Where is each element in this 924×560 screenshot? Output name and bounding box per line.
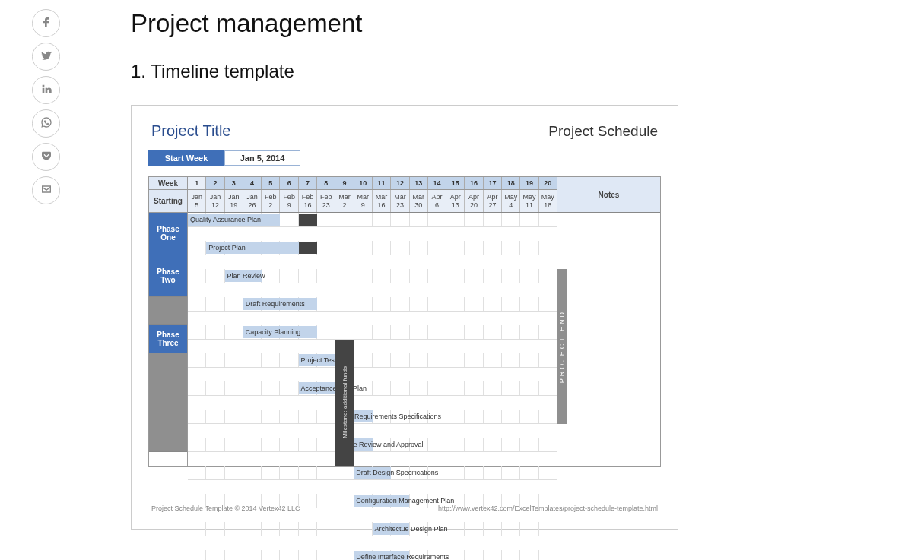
week-number: 7 (299, 177, 317, 189)
share-email[interactable] (32, 176, 60, 204)
week-number: 8 (317, 177, 335, 189)
week-number: 2 (206, 177, 224, 189)
phase-label (149, 297, 187, 325)
gantt-task-bar: Acceptance Test Plan (299, 382, 336, 394)
gantt-chart: Week Starting Phase OnePhase TwoPhase Th… (148, 176, 661, 467)
week-date: May11 (520, 190, 538, 212)
week-header: Week (149, 177, 187, 190)
gantt-task-bar: Configuration Management Plan (354, 495, 409, 507)
share-twitter[interactable] (32, 43, 60, 71)
gantt-task-bar: Project Test Plan (299, 354, 336, 366)
gantt-index-bar (299, 242, 317, 254)
phase-label: Phase Two (149, 255, 187, 298)
week-number: 20 (539, 177, 557, 189)
milestone-bar: Milestone: additional funds (335, 340, 354, 467)
article-subheading: 1. Timeline template (131, 61, 678, 82)
notes-header: Notes (557, 177, 660, 213)
week-number: 4 (243, 177, 262, 189)
week-date: Feb23 (317, 190, 335, 212)
article-content: Project management 1. Timeline template … (131, 9, 678, 560)
week-date: May18 (539, 190, 557, 212)
week-date: Jan19 (225, 190, 243, 212)
week-number: 6 (280, 177, 298, 189)
week-number: 18 (502, 177, 520, 189)
phase-label: Phase Three (149, 325, 187, 353)
gantt-task-bar: Capacity Planning (243, 326, 317, 338)
week-number: 14 (428, 177, 446, 189)
template-schedule-label: Project Schedule (548, 123, 658, 140)
week-date: Jan12 (206, 190, 224, 212)
timeline-template-image: Project Title Project Schedule Start Wee… (131, 105, 678, 530)
week-number: 19 (520, 177, 538, 189)
week-number: 10 (354, 177, 373, 189)
gantt-task-bar: Architectue Design Plan (373, 523, 410, 535)
week-date: Apr27 (484, 190, 502, 212)
share-linkedin[interactable] (32, 76, 60, 104)
week-date: Feb16 (299, 190, 317, 212)
linkedin-icon (40, 83, 52, 98)
week-date: Mar30 (410, 190, 428, 212)
week-date: Feb9 (280, 190, 298, 212)
week-date: Mar16 (373, 190, 391, 212)
share-column (32, 9, 60, 204)
article-heading: Project management (131, 9, 678, 38)
week-number: 17 (484, 177, 502, 189)
week-number: 13 (410, 177, 428, 189)
week-number: 9 (335, 177, 354, 189)
start-week-label: Start Week (148, 150, 224, 166)
week-date: Mar2 (335, 190, 354, 212)
week-date: Jan26 (243, 190, 262, 212)
whatsapp-icon (40, 116, 52, 131)
week-number: 5 (262, 177, 280, 189)
project-end-bar: PROJECT END (557, 269, 567, 424)
gantt-task-bar: Draft Requirements (243, 298, 317, 310)
share-whatsapp[interactable] (32, 109, 60, 138)
milestone-label: Milestone: additional funds (341, 366, 348, 438)
gantt-task-bar: Project Plan (206, 242, 298, 254)
week-number: 12 (391, 177, 409, 189)
week-date: Mar9 (354, 190, 373, 212)
week-number: 3 (225, 177, 243, 189)
week-date: Mar23 (391, 190, 409, 212)
week-date: Feb2 (262, 190, 280, 212)
share-pocket[interactable] (32, 143, 60, 171)
week-number: 15 (446, 177, 465, 189)
week-number: 16 (465, 177, 483, 189)
twitter-icon (40, 49, 52, 65)
pocket-icon (40, 150, 52, 165)
phase-label: Phase One (149, 213, 187, 255)
template-title: Project Title (151, 122, 230, 140)
email-icon (40, 183, 52, 198)
week-date: Jan5 (188, 190, 206, 212)
week-date: Apr6 (428, 190, 446, 212)
gantt-task-bar: Quality Assurance Plan (188, 214, 280, 226)
week-number: 1 (188, 177, 206, 189)
gantt-task-bar: Define Interface Requirements (354, 551, 409, 560)
starting-header: Starting (149, 190, 187, 213)
phase-label (149, 353, 187, 452)
week-date: Apr20 (465, 190, 483, 212)
start-week-value: Jan 5, 2014 (224, 150, 300, 166)
week-date: May4 (502, 190, 520, 212)
gantt-task-bar: Plan Review (225, 270, 262, 282)
gantt-index-bar (299, 214, 317, 226)
share-facebook[interactable] (32, 9, 60, 37)
week-number: 11 (373, 177, 391, 189)
gantt-task-bar: Draft Design Specifications (354, 467, 391, 479)
week-date: Apr13 (446, 190, 465, 212)
facebook-icon (40, 16, 52, 31)
